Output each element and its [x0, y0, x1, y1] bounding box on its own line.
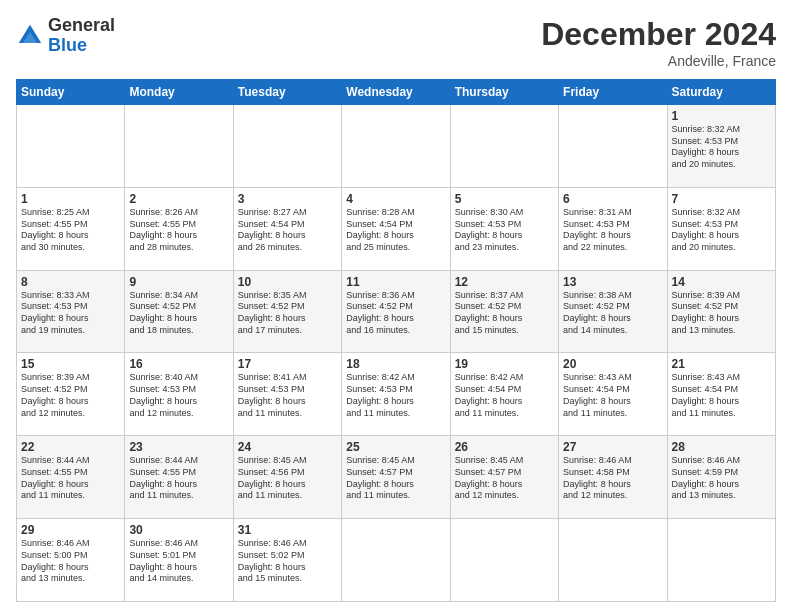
col-monday: Monday: [125, 80, 233, 105]
table-cell: 16 Sunrise: 8:40 AMSunset: 4:53 PMDaylig…: [125, 353, 233, 436]
table-cell: 31 Sunrise: 8:46 AMSunset: 5:02 PMDaylig…: [233, 519, 341, 602]
table-cell: 1 Sunrise: 8:32 AMSunset: 4:53 PMDayligh…: [667, 105, 775, 188]
day-number: 29: [21, 523, 120, 537]
day-number: 13: [563, 275, 662, 289]
day-number: 11: [346, 275, 445, 289]
cell-info: Sunrise: 8:25 AMSunset: 4:55 PMDaylight:…: [21, 207, 120, 254]
table-cell: 21 Sunrise: 8:43 AMSunset: 4:54 PMDaylig…: [667, 353, 775, 436]
table-cell: 22 Sunrise: 8:44 AMSunset: 4:55 PMDaylig…: [17, 436, 125, 519]
logo-general: General: [48, 16, 115, 36]
page-container: General Blue December 2024 Andeville, Fr…: [0, 0, 792, 612]
cell-info: Sunrise: 8:45 AMSunset: 4:57 PMDaylight:…: [346, 455, 445, 502]
table-cell: 7 Sunrise: 8:32 AMSunset: 4:53 PMDayligh…: [667, 187, 775, 270]
day-number: 19: [455, 357, 554, 371]
cell-info: Sunrise: 8:34 AMSunset: 4:52 PMDaylight:…: [129, 290, 228, 337]
table-cell: [342, 519, 450, 602]
cell-info: Sunrise: 8:46 AMSunset: 4:59 PMDaylight:…: [672, 455, 771, 502]
day-number: 9: [129, 275, 228, 289]
table-cell: [125, 105, 233, 188]
table-cell: 5 Sunrise: 8:30 AMSunset: 4:53 PMDayligh…: [450, 187, 558, 270]
day-number: 22: [21, 440, 120, 454]
table-cell: [450, 519, 558, 602]
table-cell: 6 Sunrise: 8:31 AMSunset: 4:53 PMDayligh…: [559, 187, 667, 270]
calendar-header: Sunday Monday Tuesday Wednesday Thursday…: [17, 80, 776, 105]
table-cell: 28 Sunrise: 8:46 AMSunset: 4:59 PMDaylig…: [667, 436, 775, 519]
table-cell: 1 Sunrise: 8:25 AMSunset: 4:55 PMDayligh…: [17, 187, 125, 270]
table-cell: 20 Sunrise: 8:43 AMSunset: 4:54 PMDaylig…: [559, 353, 667, 436]
cell-info: Sunrise: 8:43 AMSunset: 4:54 PMDaylight:…: [672, 372, 771, 419]
logo-icon: [16, 22, 44, 50]
cell-info: Sunrise: 8:42 AMSunset: 4:53 PMDaylight:…: [346, 372, 445, 419]
table-cell: 14 Sunrise: 8:39 AMSunset: 4:52 PMDaylig…: [667, 270, 775, 353]
day-number: 21: [672, 357, 771, 371]
cell-info: Sunrise: 8:44 AMSunset: 4:55 PMDaylight:…: [21, 455, 120, 502]
month-title: December 2024: [541, 16, 776, 53]
day-number: 5: [455, 192, 554, 206]
cell-info: Sunrise: 8:46 AMSunset: 5:02 PMDaylight:…: [238, 538, 337, 585]
header-row: Sunday Monday Tuesday Wednesday Thursday…: [17, 80, 776, 105]
table-row: 29 Sunrise: 8:46 AMSunset: 5:00 PMDaylig…: [17, 519, 776, 602]
table-cell: [17, 105, 125, 188]
table-cell: 30 Sunrise: 8:46 AMSunset: 5:01 PMDaylig…: [125, 519, 233, 602]
day-number: 26: [455, 440, 554, 454]
table-cell: [559, 519, 667, 602]
table-cell: 19 Sunrise: 8:42 AMSunset: 4:54 PMDaylig…: [450, 353, 558, 436]
cell-info: Sunrise: 8:28 AMSunset: 4:54 PMDaylight:…: [346, 207, 445, 254]
day-number: 3: [238, 192, 337, 206]
day-number: 14: [672, 275, 771, 289]
cell-info: Sunrise: 8:46 AMSunset: 5:00 PMDaylight:…: [21, 538, 120, 585]
logo-text: General Blue: [48, 16, 115, 56]
cell-info: Sunrise: 8:46 AMSunset: 5:01 PMDaylight:…: [129, 538, 228, 585]
table-cell: 13 Sunrise: 8:38 AMSunset: 4:52 PMDaylig…: [559, 270, 667, 353]
day-number: 24: [238, 440, 337, 454]
day-number: 18: [346, 357, 445, 371]
cell-info: Sunrise: 8:32 AMSunset: 4:53 PMDaylight:…: [672, 207, 771, 254]
table-cell: [342, 105, 450, 188]
table-cell: 12 Sunrise: 8:37 AMSunset: 4:52 PMDaylig…: [450, 270, 558, 353]
table-cell: 2 Sunrise: 8:26 AMSunset: 4:55 PMDayligh…: [125, 187, 233, 270]
day-number: 1: [21, 192, 120, 206]
cell-info: Sunrise: 8:30 AMSunset: 4:53 PMDaylight:…: [455, 207, 554, 254]
table-row: 1 Sunrise: 8:25 AMSunset: 4:55 PMDayligh…: [17, 187, 776, 270]
table-cell: [450, 105, 558, 188]
logo: General Blue: [16, 16, 115, 56]
cell-info: Sunrise: 8:26 AMSunset: 4:55 PMDaylight:…: [129, 207, 228, 254]
title-block: December 2024 Andeville, France: [541, 16, 776, 69]
day-number: 10: [238, 275, 337, 289]
table-cell: 11 Sunrise: 8:36 AMSunset: 4:52 PMDaylig…: [342, 270, 450, 353]
table-cell: 24 Sunrise: 8:45 AMSunset: 4:56 PMDaylig…: [233, 436, 341, 519]
col-friday: Friday: [559, 80, 667, 105]
calendar-table: Sunday Monday Tuesday Wednesday Thursday…: [16, 79, 776, 602]
day-number: 20: [563, 357, 662, 371]
cell-info: Sunrise: 8:40 AMSunset: 4:53 PMDaylight:…: [129, 372, 228, 419]
cell-info: Sunrise: 8:43 AMSunset: 4:54 PMDaylight:…: [563, 372, 662, 419]
table-cell: 26 Sunrise: 8:45 AMSunset: 4:57 PMDaylig…: [450, 436, 558, 519]
day-number: 25: [346, 440, 445, 454]
day-number: 16: [129, 357, 228, 371]
day-number: 15: [21, 357, 120, 371]
cell-info: Sunrise: 8:27 AMSunset: 4:54 PMDaylight:…: [238, 207, 337, 254]
table-cell: 4 Sunrise: 8:28 AMSunset: 4:54 PMDayligh…: [342, 187, 450, 270]
day-number: 2: [129, 192, 228, 206]
cell-info: Sunrise: 8:45 AMSunset: 4:56 PMDaylight:…: [238, 455, 337, 502]
cell-info: Sunrise: 8:44 AMSunset: 4:55 PMDaylight:…: [129, 455, 228, 502]
table-cell: [667, 519, 775, 602]
cell-info: Sunrise: 8:38 AMSunset: 4:52 PMDaylight:…: [563, 290, 662, 337]
day-number: 30: [129, 523, 228, 537]
page-header: General Blue December 2024 Andeville, Fr…: [16, 16, 776, 69]
table-cell: 27 Sunrise: 8:46 AMSunset: 4:58 PMDaylig…: [559, 436, 667, 519]
table-cell: 29 Sunrise: 8:46 AMSunset: 5:00 PMDaylig…: [17, 519, 125, 602]
cell-info: Sunrise: 8:45 AMSunset: 4:57 PMDaylight:…: [455, 455, 554, 502]
table-cell: 3 Sunrise: 8:27 AMSunset: 4:54 PMDayligh…: [233, 187, 341, 270]
table-cell: [233, 105, 341, 188]
day-number: 17: [238, 357, 337, 371]
cell-info: Sunrise: 8:31 AMSunset: 4:53 PMDaylight:…: [563, 207, 662, 254]
table-row: 15 Sunrise: 8:39 AMSunset: 4:52 PMDaylig…: [17, 353, 776, 436]
day-number: 12: [455, 275, 554, 289]
col-saturday: Saturday: [667, 80, 775, 105]
col-thursday: Thursday: [450, 80, 558, 105]
day-number: 31: [238, 523, 337, 537]
logo-blue: Blue: [48, 36, 115, 56]
cell-info: Sunrise: 8:32 AMSunset: 4:53 PMDaylight:…: [672, 124, 771, 171]
day-number: 4: [346, 192, 445, 206]
